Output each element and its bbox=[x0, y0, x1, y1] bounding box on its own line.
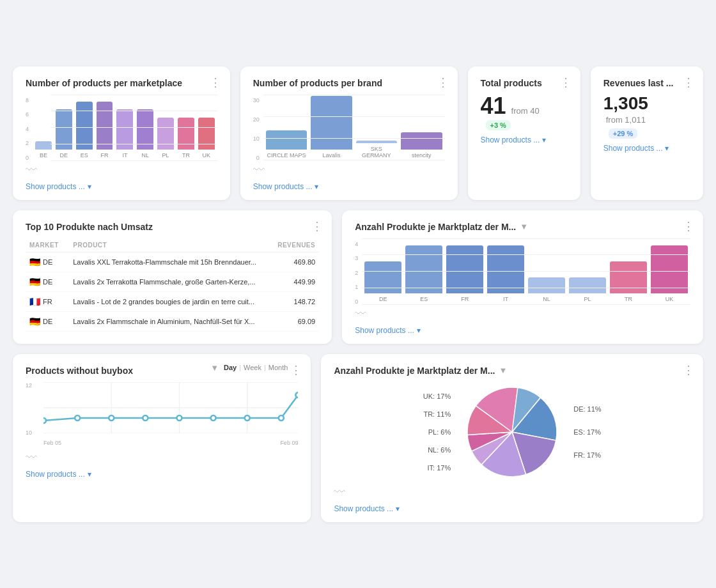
marketplace-sparkline: 〰 bbox=[26, 164, 217, 177]
svg-point-12 bbox=[245, 415, 250, 421]
total-badge: +3 % bbox=[486, 120, 511, 130]
card-total: Total products ⋮ 41 from 40 +3 % Show pr… bbox=[468, 66, 580, 200]
card-pie: Anzahl Produkte je Marktplatz der M... ▼… bbox=[321, 354, 703, 522]
pie-title: Anzahl Produkte je Marktplatz der M... bbox=[334, 366, 495, 376]
pie-show[interactable]: Show products ... ▾ bbox=[334, 504, 690, 513]
revenue-title: Revenues last ... bbox=[603, 78, 690, 88]
pie-svg bbox=[461, 381, 563, 483]
top10-table: MARKET PRODUCT REVENUES 🇩🇪DE Lavalis XXL… bbox=[26, 238, 319, 332]
table-row: 🇩🇪DE Lavalis 2x Terrakotta Flammschale, … bbox=[26, 272, 319, 292]
svg-point-7 bbox=[75, 415, 80, 421]
card-brand: Number of products per brand ⋮ 3020100 C… bbox=[240, 66, 458, 200]
total-title: Total products bbox=[481, 78, 568, 88]
row-3: Products without buybox ▼ Day | Week | M… bbox=[13, 354, 703, 522]
table-row: 🇫🇷FR Lavalis - Lot de 2 grandes bougies … bbox=[26, 292, 319, 312]
revenue-badge: +29 % bbox=[609, 128, 638, 139]
marketplace-barchart: BEDEESFRITNLPLTRUK bbox=[33, 95, 217, 159]
revenue-show[interactable]: Show products ... ▾ bbox=[603, 144, 690, 153]
product-cell: Lavalis - Lot de 2 grandes bougies de ja… bbox=[69, 292, 265, 312]
brand-y-axis: 3020100 bbox=[253, 97, 262, 161]
market-cell: 🇫🇷FR bbox=[26, 292, 69, 312]
pie-filter-icon[interactable]: ▼ bbox=[499, 366, 507, 375]
pie-legend-left: UK: 17% TR: 11% PL: 6% NL: 6% IT: 17% bbox=[423, 382, 451, 482]
product-cell: Lavalis 2x Flammschale in Aluminium, Nac… bbox=[69, 312, 265, 332]
total-menu[interactable]: ⋮ bbox=[560, 75, 572, 89]
top10-menu[interactable]: ⋮ bbox=[311, 219, 323, 233]
card-marketplace: Number of products per marketplace ⋮ 864… bbox=[13, 66, 230, 200]
bar-item: DE bbox=[364, 261, 401, 302]
total-show[interactable]: Show products ... ▾ bbox=[481, 135, 568, 144]
svg-point-6 bbox=[43, 418, 46, 423]
bar-item: BE bbox=[35, 141, 52, 159]
svg-point-14 bbox=[295, 392, 298, 398]
svg-point-10 bbox=[176, 415, 182, 421]
revenue-menu[interactable]: ⋮ bbox=[683, 75, 694, 89]
bar-item: TR bbox=[610, 261, 647, 302]
time-month[interactable]: Month bbox=[268, 364, 288, 371]
table-row: 🇩🇪DE Lavalis 2x Flammschale in Aluminium… bbox=[26, 312, 319, 332]
svg-point-13 bbox=[279, 415, 284, 421]
brand-title: Number of products per brand bbox=[253, 78, 445, 88]
pie-menu[interactable]: ⋮ bbox=[683, 363, 694, 377]
revenue-cell: 148.72 bbox=[265, 292, 319, 312]
marketplace-title: Number of products per marketplace bbox=[26, 78, 217, 88]
time-toggle: ▼ Day | Week | Month bbox=[210, 363, 288, 373]
bar-item: FR bbox=[97, 102, 113, 159]
product-cell: Lavalis XXL Terrakotta-Flammschale mit 1… bbox=[69, 252, 265, 272]
total-value: 41 bbox=[481, 95, 506, 118]
market-cell: 🇩🇪DE bbox=[26, 272, 69, 292]
dashboard: Number of products per marketplace ⋮ 864… bbox=[13, 66, 703, 522]
buybox-sparkline: 〰 bbox=[26, 451, 298, 465]
svg-point-11 bbox=[211, 415, 216, 421]
svg-point-8 bbox=[109, 415, 114, 421]
bar-item: ES bbox=[76, 102, 93, 159]
total-from: from 40 bbox=[511, 106, 540, 116]
pie-sparkline: 〰 bbox=[334, 486, 690, 499]
revenue-cell: 469.80 bbox=[265, 252, 319, 272]
marketplace-y-axis: 86420 bbox=[26, 97, 31, 161]
marketplace-menu[interactable]: ⋮ bbox=[210, 75, 221, 89]
bar-item: NL bbox=[528, 277, 565, 302]
anzahl1-title: Anzahl Produkte je Marktplatz der M... bbox=[355, 222, 516, 232]
anzahl1-menu[interactable]: ⋮ bbox=[683, 219, 694, 233]
bar-item: DE bbox=[56, 109, 72, 159]
bar-item: IT bbox=[116, 109, 133, 159]
bar-item: UK bbox=[198, 118, 215, 159]
row-1: Number of products per marketplace ⋮ 864… bbox=[13, 66, 703, 200]
brand-barchart: CIRCLE MAPSLavalisSKS GERMANYstencity bbox=[263, 95, 445, 159]
time-week[interactable]: Week bbox=[244, 364, 261, 371]
col-revenue: REVENUES bbox=[265, 238, 319, 252]
top10-title: Top 10 Produkte nach Umsatz bbox=[26, 222, 319, 232]
buybox-filter-icon[interactable]: ▼ bbox=[210, 363, 219, 373]
bar-item: ES bbox=[405, 245, 442, 302]
bar-item: Lavalis bbox=[311, 96, 352, 158]
revenue-cell: 69.09 bbox=[265, 312, 319, 332]
bar-item: PL bbox=[157, 118, 174, 159]
revenue-cell: 449.99 bbox=[265, 272, 319, 292]
pie-legend-right: DE: 11% ES: 17% FR: 17% bbox=[573, 395, 601, 469]
bar-item: UK bbox=[651, 245, 688, 302]
anzahl1-show[interactable]: Show products ... ▾ bbox=[355, 326, 690, 335]
buybox-show[interactable]: Show products ... ▾ bbox=[26, 470, 298, 479]
anzahl1-y-axis: 43210 bbox=[355, 241, 361, 305]
bar-item: stencity bbox=[401, 132, 442, 159]
bar-item: PL bbox=[569, 277, 606, 302]
marketplace-show[interactable]: Show products ... ▾ bbox=[26, 182, 217, 191]
market-cell: 🇩🇪DE bbox=[26, 252, 69, 272]
buybox-svg bbox=[43, 382, 298, 433]
brand-menu[interactable]: ⋮ bbox=[437, 75, 449, 89]
time-day[interactable]: Day bbox=[224, 364, 237, 371]
buybox-menu[interactable]: ⋮ bbox=[290, 363, 302, 377]
svg-point-9 bbox=[143, 415, 148, 421]
col-market: MARKET bbox=[26, 238, 69, 252]
anzahl1-barchart: DEESFRITNLPLTRUK bbox=[362, 238, 690, 302]
col-product: PRODUCT bbox=[69, 238, 265, 252]
card-revenue: Revenues last ... ⋮ 1,305 from 1,011 +29… bbox=[591, 66, 703, 200]
bar-item: IT bbox=[487, 245, 524, 302]
card-anzahl1: Anzahl Produkte je Marktplatz der M... ▼… bbox=[342, 210, 703, 344]
anzahl1-filter-icon[interactable]: ▼ bbox=[520, 222, 528, 231]
brand-show[interactable]: Show products ... ▾ bbox=[253, 182, 445, 191]
product-cell: Lavalis 2x Terrakotta Flammschale, große… bbox=[69, 272, 265, 292]
buybox-chart: 12 10 bbox=[26, 382, 298, 446]
bar-item: SKS GERMANY bbox=[356, 141, 397, 158]
